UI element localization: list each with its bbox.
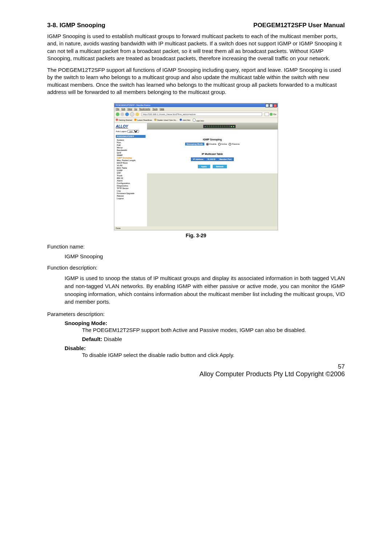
sidebar-item-system[interactable]: System [116, 139, 146, 141]
sidebar-item-mac-table[interactable]: MAC Table [116, 167, 146, 169]
param-snooping-mode-body: The POEGEM12T2SFP support both Active an… [65, 327, 345, 333]
th-vlan-id: VLAN ID [205, 158, 217, 161]
radio-active-label: Active [221, 143, 227, 145]
auto-logout-select[interactable]: OFF [127, 130, 139, 133]
device-illustration: ▪ ░ ░ ░ ░ ░ ░ ░ ░ ░ ░ ░ ■ ■ [147, 123, 278, 130]
sidebar-item-port[interactable]: Port [116, 141, 146, 144]
bookmark-start2[interactable]: start.htm [193, 119, 204, 122]
reload-icon[interactable] [125, 112, 129, 116]
sidebar-item-snmp[interactable]: SNMP [116, 154, 146, 156]
window-titlebar: POEGEM12T2SFP - Mozilla Firefox [114, 103, 278, 107]
back-icon[interactable] [116, 112, 119, 116]
parameters-description-label: Parameters description: [47, 311, 345, 317]
window-buttons [265, 104, 277, 107]
figure-caption: Fig. 3-29 [47, 233, 345, 238]
multicast-table: IP Address VLAN ID Member Port [191, 157, 234, 161]
forward-icon[interactable] [121, 112, 124, 116]
sidebar-item-trunk[interactable]: Trunk [116, 174, 146, 177]
menu-go[interactable]: Go [134, 108, 137, 110]
go-icon[interactable] [270, 113, 273, 116]
radio-passive[interactable] [229, 143, 231, 145]
th-ip-address: IP Address [191, 158, 205, 161]
sidebar-item-bandwidth[interactable]: Bandwidth [116, 149, 146, 151]
sidebar-item-vlan[interactable]: VLAN [116, 164, 146, 167]
minimize-icon[interactable] [265, 104, 269, 107]
param-default-line: Default: Disable [65, 336, 345, 342]
section-title: 3-8. IGMP Snooping [47, 22, 105, 29]
page-number: 57 [47, 363, 345, 370]
window-title: POEGEM12T2SFP - Mozilla Firefox [116, 104, 151, 106]
param-snooping-mode-head: Snooping Mode: [65, 320, 345, 326]
function-name-label: Function name: [47, 243, 345, 250]
radio-passive-label: Passive [232, 143, 240, 145]
bookmark-dealer-cars[interactable]: Dealer Used Cars fro... [154, 119, 177, 122]
apply-button[interactable]: Apply [198, 165, 210, 168]
sidebar-item-802-1x[interactable]: 802.1X [116, 177, 146, 179]
param-disable-head: Disable: [65, 345, 345, 351]
bookmark-getting-started[interactable]: Getting Started [116, 119, 132, 122]
stop-icon[interactable] [130, 112, 134, 116]
sidebar-item-log[interactable]: Log [116, 189, 146, 192]
bookmark-start1[interactable]: start.htm [180, 119, 190, 122]
menu-file[interactable]: File [116, 108, 119, 110]
sidebar-item-poe[interactable]: PoE [116, 144, 146, 146]
menu-tools[interactable]: Tools [152, 108, 158, 110]
sidebar-item-igmp-snooping[interactable]: IGMP Snooping [116, 156, 146, 159]
url-dropdown-icon[interactable] [265, 112, 269, 116]
maximize-icon[interactable] [269, 104, 273, 107]
sidebar-item-configuration[interactable]: Configuration [116, 182, 146, 184]
sidebar-item-stp[interactable]: STP [116, 172, 146, 174]
param-disable-body: To disable IGMP select the disable radio… [65, 352, 345, 358]
sidebar-item-tftp-server[interactable]: TFTP Server [116, 187, 146, 189]
function-description-body: IGMP is used to snoop the status of IP m… [47, 274, 345, 306]
app-sidebar: ALLOY Auto Logout OFF POEGEM12T2SFP Syst… [114, 123, 147, 226]
sidebar-item-qos[interactable]: QoS [116, 151, 146, 154]
sidebar-item-mirror[interactable]: Mirror [116, 146, 146, 149]
intro-paragraph-2: The POEGEM12T2SFP support all functions … [47, 66, 345, 96]
sidebar-item-diagnostics[interactable]: Diagnostics [116, 184, 146, 187]
app-main: ▪ ░ ░ ░ ░ ░ ░ ░ ░ ░ ░ ░ ■ ■ IGMP Snoopin… [147, 123, 278, 226]
address-bar[interactable]: http://192.168.1.1/main_frame.html?first… [142, 112, 262, 116]
menu-help[interactable]: Help [160, 108, 164, 110]
port-leds-icon: ▪ ░ ░ ░ ░ ░ ░ ░ ░ ░ ░ ░ ■ ■ [203, 125, 236, 128]
menu-bookmarks[interactable]: Bookmarks [139, 108, 150, 110]
sidebar-item-dhcp-boot[interactable]: DHCP Boot [116, 161, 146, 164]
auto-logout-label: Auto Logout [116, 130, 127, 132]
intro-paragraph-1: IGMP Snooping is used to establish multi… [47, 33, 345, 62]
sidebar-item-reboot[interactable]: Reboot [116, 194, 146, 197]
sidebar-item-logout[interactable]: Logout [116, 197, 146, 200]
close-icon[interactable] [273, 104, 277, 107]
radio-disable[interactable] [206, 143, 209, 145]
menu-edit[interactable]: Edit [122, 108, 125, 110]
snooping-mode-label: Snooping Mode [185, 143, 204, 145]
th-member-port: Member Port [217, 158, 234, 161]
panel-title-igmp: IGMP Snooping [150, 138, 275, 141]
snooping-mode-row: Snooping Mode Disable Active Passive [150, 143, 275, 145]
sidebar-item-max-packet-length[interactable]: Max. Packet Length [116, 159, 146, 161]
sidebar-item-alarm[interactable]: Alarm [116, 179, 146, 182]
function-name-value: IGMP Snooping [47, 253, 345, 259]
status-bar: Done [114, 226, 278, 230]
go-label: Go [273, 113, 276, 115]
sidebar-item-firmware-upgrade[interactable]: Firmware Upgrade [116, 192, 146, 194]
figure-container: POEGEM12T2SFP - Mozilla Firefox File Edi… [47, 103, 345, 238]
browser-window: POEGEM12T2SFP - Mozilla Firefox File Edi… [114, 103, 278, 230]
sidebar-item-gvrp[interactable]: GVRP [116, 169, 146, 172]
bookmarks-bar: Getting Started Latest Headlines Dealer … [114, 118, 278, 123]
manual-title: POEGEM12T2SFP User Manual [253, 22, 345, 29]
home-icon[interactable] [135, 112, 139, 116]
panel-title-multicast: IP Multicast Table [150, 153, 275, 155]
bookmark-latest-headlines[interactable]: Latest Headlines [134, 119, 152, 122]
refresh-button[interactable]: Refresh [213, 165, 226, 168]
browser-menubar: File Edit View Go Bookmarks Tools Help [114, 107, 278, 111]
nav-header: POEGEM12T2SFP [116, 135, 146, 138]
browser-toolbar: http://192.168.1.1/main_frame.html?first… [114, 111, 278, 118]
radio-disable-label: Disable [209, 143, 216, 145]
brand-logo: ALLOY [116, 124, 146, 128]
function-description-label: Function description: [47, 264, 345, 271]
copyright-line: Alloy Computer Products Pty Ltd Copyrigh… [47, 370, 345, 378]
radio-active[interactable] [218, 143, 221, 145]
menu-view[interactable]: View [127, 108, 132, 110]
